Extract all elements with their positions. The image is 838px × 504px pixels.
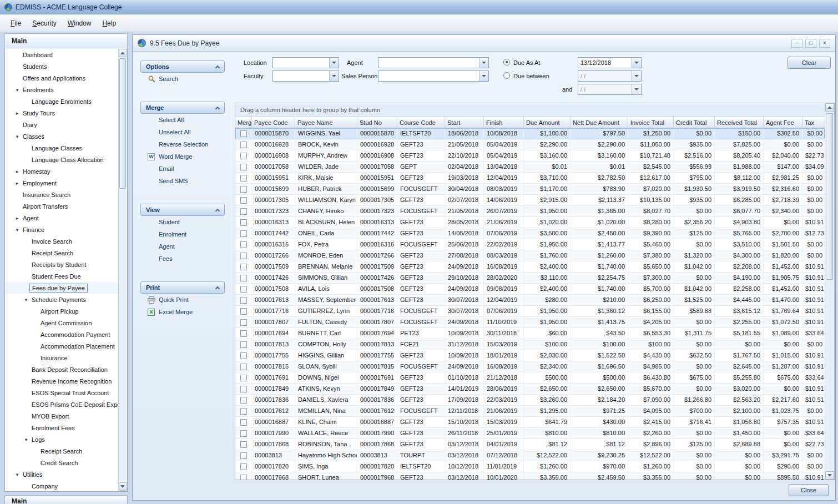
table-row[interactable]: 0000016887KLINE, Chaim0000016887GEFT2315… — [235, 417, 825, 428]
menu-window[interactable]: Window — [63, 18, 97, 29]
chevron-down-icon[interactable]: ▾ — [14, 227, 21, 233]
chevron-down-icon[interactable]: ▾ — [14, 472, 21, 477]
chevron-down-icon[interactable]: ▾ — [14, 87, 21, 93]
table-row[interactable]: 0000017815SLOAN, Sybill0000017815FOCUSGE… — [235, 361, 825, 372]
row-checkbox[interactable] — [240, 430, 247, 437]
row-checkbox[interactable] — [240, 197, 247, 204]
action-student[interactable]: Student — [140, 216, 225, 228]
column-header-start[interactable]: Start — [445, 117, 484, 128]
sidebar-scrollbar[interactable] — [118, 49, 127, 491]
column-header-stud-no[interactable]: Stud No — [357, 117, 397, 128]
sidebar-item-employment[interactable]: ▸Employment — [5, 177, 118, 189]
row-checkbox[interactable] — [240, 441, 247, 448]
table-row[interactable]: 0000017836DANIELS, Xaviera0000017836GEFT… — [235, 395, 825, 406]
menu-security[interactable]: Security — [27, 18, 61, 29]
sidebar-item-homestay[interactable]: ▸Homestay — [5, 165, 118, 177]
due-between-to-date[interactable]: / / — [578, 84, 642, 95]
row-checkbox[interactable] — [240, 186, 247, 193]
group-header-options[interactable]: Options — [140, 61, 225, 73]
sidebar-item-diary[interactable]: Diary — [5, 119, 118, 130]
grid-scrollbar[interactable] — [825, 103, 834, 480]
sidebar-item-study-tours[interactable]: ▸Study Tours — [5, 107, 118, 119]
table-row[interactable]: 0000017266MONROE, Eden0000017266GEFT2327… — [235, 250, 825, 261]
column-header-tax[interactable]: Tax — [802, 117, 825, 128]
row-checkbox[interactable] — [240, 319, 247, 326]
row-checkbox[interactable] — [240, 208, 247, 215]
close-button[interactable]: Close — [789, 484, 829, 496]
row-checkbox[interactable] — [240, 463, 247, 470]
row-checkbox[interactable] — [240, 352, 247, 359]
sidebar-item-esos-special-trust-account[interactable]: ESOS Special Trust Account — [5, 387, 118, 399]
table-row[interactable]: 0000017694BURNETT, Carl0000017694PET2310… — [235, 328, 825, 339]
table-row[interactable]: 0000017426SIMMONS, Gillian0000017426GEFT… — [235, 273, 825, 284]
row-checkbox[interactable] — [240, 142, 247, 148]
agent-select[interactable] — [378, 57, 489, 68]
scroll-down-icon[interactable] — [825, 471, 834, 480]
table-row[interactable]: 0000016928BROCK, Kevin0000016928GEFT2321… — [235, 139, 825, 150]
close-window-button[interactable]: × — [819, 39, 830, 48]
menu-help[interactable]: Help — [97, 18, 121, 29]
column-header-nett-due-amount[interactable]: Nett Due Amount — [571, 117, 628, 128]
table-row[interactable]: 0000017968SHORT, Lunea0000017968GEFT2303… — [235, 472, 825, 480]
action-reverse-selection[interactable]: Reverse Selection — [140, 138, 225, 150]
column-header-invoice-total[interactable]: Invoice Total — [628, 117, 674, 128]
table-row[interactable]: 0000015870WIGGINS, Yael0000015870IELTSFT… — [235, 128, 825, 139]
table-row[interactable]: 0000016908MURPHY, Andrew0000016908GEFT23… — [235, 150, 825, 162]
action-send-sms[interactable]: Send SMS — [140, 175, 225, 187]
row-checkbox[interactable] — [240, 452, 247, 459]
sidebar-item-airport-pickup[interactable]: Airport Pickup — [5, 305, 118, 317]
action-agent[interactable]: Agent — [140, 240, 225, 253]
row-checkbox[interactable] — [240, 230, 247, 237]
scroll-up-icon[interactable] — [119, 49, 127, 57]
location-select[interactable] — [272, 57, 339, 68]
column-header-payee-code[interactable]: Payee Code — [252, 117, 295, 128]
table-row[interactable]: 0000017508AVILA, Lois0000017508GEFT2324/… — [235, 284, 825, 295]
maximize-button[interactable]: □ — [805, 39, 816, 48]
due-as-at-radio[interactable] — [503, 59, 510, 65]
table-row[interactable]: 0000017990WALLACE, Reece0000017990GEFT23… — [235, 428, 825, 439]
row-checkbox[interactable] — [240, 419, 247, 426]
dropdown-button[interactable] — [632, 58, 641, 68]
action-select-all[interactable]: Select All — [140, 114, 225, 126]
sales-person-select[interactable] — [378, 70, 489, 82]
table-row[interactable]: 0000017691DOWNS, Nigel0000017691GEFT2301… — [235, 372, 825, 384]
sidebar-item-language-enrolments[interactable]: Language Enrolments — [5, 95, 118, 107]
dropdown-button[interactable] — [479, 71, 488, 81]
table-row[interactable]: 0000017849ATKINS, Kevyn0000017849GEFT231… — [235, 384, 825, 395]
row-checkbox[interactable] — [240, 264, 247, 270]
sidebar-item-utilities[interactable]: ▾Utilities — [5, 468, 118, 480]
sidebar-group-main[interactable]: Main — [4, 495, 128, 504]
scroll-down-icon[interactable] — [119, 482, 127, 491]
column-header-merge[interactable]: Merge — [235, 117, 252, 128]
sidebar-item-students[interactable]: Students — [5, 61, 118, 72]
row-checkbox[interactable] — [240, 297, 247, 304]
table-row[interactable]: 0000017755HIGGINS, Gillian0000017755GEFT… — [235, 350, 825, 361]
table-row[interactable]: 0000017716GUTIERREZ, Lynn0000017716FOCUS… — [235, 306, 825, 317]
sidebar-item-accommodation-placement[interactable]: Accommodation Placement — [5, 340, 118, 352]
due-between-radio[interactable] — [503, 72, 510, 79]
sidebar-item-dashboard[interactable]: Dashboard — [5, 49, 118, 61]
grid-scrollbar-thumb[interactable] — [826, 113, 833, 280]
action-quick-print[interactable]: Quick Print — [140, 294, 225, 306]
sidebar-item-invoice-search[interactable]: Invoice Search — [5, 235, 118, 247]
faculty-select[interactable] — [272, 70, 339, 82]
menu-file[interactable]: File — [6, 18, 26, 29]
row-checkbox[interactable] — [240, 253, 247, 259]
row-checkbox[interactable] — [240, 364, 247, 370]
column-header-due-amount[interactable]: Due Amount — [524, 117, 571, 128]
column-header-payee-name[interactable]: Payee Name — [295, 117, 357, 128]
row-checkbox[interactable] — [240, 164, 247, 170]
table-row[interactable]: 0000016316FOX, Petra0000016316FOCUSGEFT2… — [235, 239, 825, 250]
row-checkbox[interactable] — [240, 330, 247, 337]
due-as-at-date[interactable]: 13/12/2018 — [578, 57, 642, 68]
row-checkbox[interactable] — [240, 375, 247, 381]
sidebar-item-schedule-payments[interactable]: ▾Schedule Payments — [5, 294, 118, 305]
sidebar-item-airport-transfers[interactable]: Airport Transfers — [5, 200, 118, 212]
action-search[interactable]: Search — [140, 73, 225, 85]
title-bar[interactable]: EDMISS - ACME Language College — [0, 0, 838, 14]
sidebar-item-accommodation-payment[interactable]: Accommodation Payment — [5, 329, 118, 340]
row-checkbox[interactable] — [240, 286, 247, 293]
row-checkbox[interactable] — [240, 175, 247, 182]
chevron-right-icon[interactable]: ▸ — [14, 180, 21, 186]
group-header-merge[interactable]: Merge — [140, 102, 225, 114]
